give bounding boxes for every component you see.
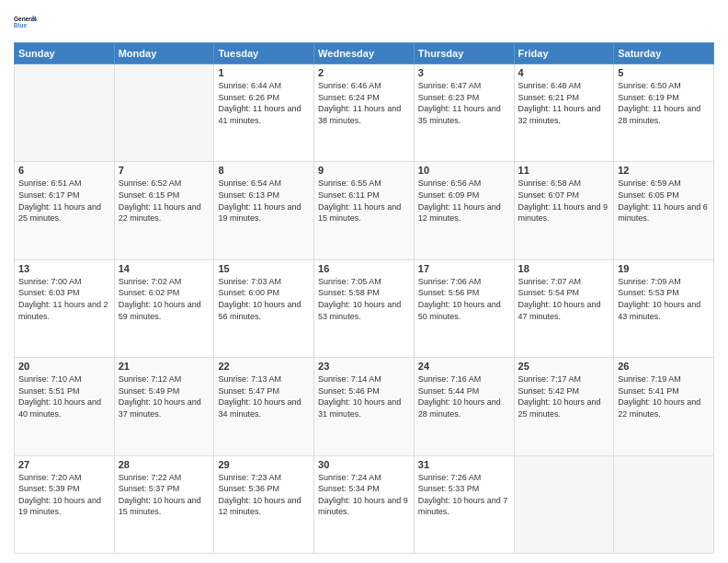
day-info: Sunrise: 7:12 AMSunset: 5:49 PMDaylight:… — [119, 373, 210, 419]
day-info: Sunrise: 7:20 AMSunset: 5:39 PMDaylight:… — [18, 472, 110, 518]
day-info: Sunrise: 7:17 AMSunset: 5:42 PMDaylight:… — [518, 373, 610, 419]
day-info: Sunrise: 6:44 AMSunset: 6:26 PMDaylight:… — [218, 80, 310, 126]
day-info: Sunrise: 7:13 AMSunset: 5:47 PMDaylight:… — [218, 373, 310, 419]
calendar-cell: 31Sunrise: 7:26 AMSunset: 5:33 PMDayligh… — [414, 455, 514, 553]
calendar-cell: 22Sunrise: 7:13 AMSunset: 5:47 PMDayligh… — [214, 358, 314, 455]
day-number: 23 — [318, 361, 410, 372]
calendar-cell: 15Sunrise: 7:03 AMSunset: 6:00 PMDayligh… — [214, 259, 314, 357]
calendar-cell: 5Sunrise: 6:50 AMSunset: 6:19 PMDaylight… — [614, 64, 714, 162]
calendar-cell: 14Sunrise: 7:02 AMSunset: 6:02 PMDayligh… — [114, 259, 214, 357]
day-info: Sunrise: 6:59 AMSunset: 6:05 PMDaylight:… — [618, 178, 710, 224]
calendar-cell: 2Sunrise: 6:46 AMSunset: 6:24 PMDaylight… — [314, 64, 415, 162]
day-number: 17 — [418, 263, 510, 274]
day-info: Sunrise: 7:26 AMSunset: 5:33 PMDaylight:… — [418, 472, 510, 518]
calendar-cell: 18Sunrise: 7:07 AMSunset: 5:54 PMDayligh… — [514, 259, 614, 357]
calendar-cell: 12Sunrise: 6:59 AMSunset: 6:05 PMDayligh… — [614, 162, 714, 259]
day-number: 2 — [318, 67, 410, 78]
logo: GeneralBlue — [14, 9, 40, 35]
header-day-sunday: Sunday — [15, 43, 115, 64]
day-number: 14 — [119, 263, 210, 274]
day-number: 11 — [518, 165, 610, 176]
day-info: Sunrise: 6:56 AMSunset: 6:09 PMDaylight:… — [418, 178, 510, 224]
calendar-cell — [614, 455, 714, 553]
day-number: 22 — [218, 361, 310, 372]
calendar-cell: 25Sunrise: 7:17 AMSunset: 5:42 PMDayligh… — [514, 358, 614, 455]
header-day-friday: Friday — [514, 43, 614, 64]
day-info: Sunrise: 7:22 AMSunset: 5:37 PMDaylight:… — [119, 472, 210, 518]
day-info: Sunrise: 7:07 AMSunset: 5:54 PMDaylight:… — [518, 276, 610, 322]
day-info: Sunrise: 7:02 AMSunset: 6:02 PMDaylight:… — [119, 276, 210, 322]
calendar-cell: 13Sunrise: 7:00 AMSunset: 6:03 PMDayligh… — [15, 259, 115, 357]
day-number: 25 — [518, 361, 610, 372]
calendar-cell: 10Sunrise: 6:56 AMSunset: 6:09 PMDayligh… — [414, 162, 514, 259]
day-info: Sunrise: 7:14 AMSunset: 5:46 PMDaylight:… — [318, 373, 410, 419]
day-info: Sunrise: 7:23 AMSunset: 5:36 PMDaylight:… — [218, 472, 310, 518]
page: GeneralBlue SundayMondayTuesdayWednesday… — [0, 0, 728, 563]
calendar-header-row: SundayMondayTuesdayWednesdayThursdayFrid… — [15, 43, 714, 64]
day-info: Sunrise: 7:10 AMSunset: 5:51 PMDaylight:… — [18, 373, 110, 419]
header-day-tuesday: Tuesday — [214, 43, 314, 64]
calendar-table: SundayMondayTuesdayWednesdayThursdayFrid… — [14, 42, 714, 554]
calendar-week-row: 13Sunrise: 7:00 AMSunset: 6:03 PMDayligh… — [15, 259, 714, 357]
header-day-saturday: Saturday — [614, 43, 714, 64]
day-number: 29 — [218, 459, 310, 470]
day-info: Sunrise: 6:47 AMSunset: 6:23 PMDaylight:… — [418, 80, 510, 126]
day-info: Sunrise: 6:48 AMSunset: 6:21 PMDaylight:… — [518, 80, 610, 126]
day-number: 16 — [318, 263, 410, 274]
calendar-cell: 21Sunrise: 7:12 AMSunset: 5:49 PMDayligh… — [114, 358, 214, 455]
day-number: 8 — [218, 165, 310, 176]
calendar-week-row: 20Sunrise: 7:10 AMSunset: 5:51 PMDayligh… — [15, 358, 714, 455]
logo-icon: GeneralBlue — [14, 9, 40, 35]
day-info: Sunrise: 7:09 AMSunset: 5:53 PMDaylight:… — [618, 276, 710, 322]
day-info: Sunrise: 6:55 AMSunset: 6:11 PMDaylight:… — [318, 178, 410, 224]
day-number: 13 — [18, 263, 110, 274]
calendar-cell: 3Sunrise: 6:47 AMSunset: 6:23 PMDaylight… — [414, 64, 514, 162]
calendar-cell: 30Sunrise: 7:24 AMSunset: 5:34 PMDayligh… — [314, 455, 415, 553]
day-info: Sunrise: 6:54 AMSunset: 6:13 PMDaylight:… — [218, 178, 310, 224]
calendar-cell: 16Sunrise: 7:05 AMSunset: 5:58 PMDayligh… — [314, 259, 415, 357]
svg-text:Blue: Blue — [14, 22, 27, 29]
header-day-monday: Monday — [114, 43, 214, 64]
day-number: 12 — [618, 165, 710, 176]
day-number: 18 — [518, 263, 610, 274]
calendar-week-row: 1Sunrise: 6:44 AMSunset: 6:26 PMDaylight… — [15, 64, 714, 162]
day-number: 26 — [618, 361, 710, 372]
header-day-wednesday: Wednesday — [314, 43, 415, 64]
day-number: 7 — [119, 165, 210, 176]
day-info: Sunrise: 7:05 AMSunset: 5:58 PMDaylight:… — [318, 276, 410, 322]
day-info: Sunrise: 7:00 AMSunset: 6:03 PMDaylight:… — [18, 276, 110, 322]
calendar-cell: 19Sunrise: 7:09 AMSunset: 5:53 PMDayligh… — [614, 259, 714, 357]
day-number: 31 — [418, 459, 510, 470]
calendar-week-row: 6Sunrise: 6:51 AMSunset: 6:17 PMDaylight… — [15, 162, 714, 259]
day-number: 28 — [119, 459, 210, 470]
calendar-cell: 29Sunrise: 7:23 AMSunset: 5:36 PMDayligh… — [214, 455, 314, 553]
day-number: 4 — [518, 67, 610, 78]
day-number: 27 — [18, 459, 110, 470]
calendar-cell: 7Sunrise: 6:52 AMSunset: 6:15 PMDaylight… — [114, 162, 214, 259]
calendar-cell — [114, 64, 214, 162]
day-number: 6 — [18, 165, 110, 176]
day-number: 24 — [418, 361, 510, 372]
calendar-cell: 24Sunrise: 7:16 AMSunset: 5:44 PMDayligh… — [414, 358, 514, 455]
calendar-cell: 23Sunrise: 7:14 AMSunset: 5:46 PMDayligh… — [314, 358, 415, 455]
day-number: 30 — [318, 459, 410, 470]
day-number: 15 — [218, 263, 310, 274]
calendar-cell: 11Sunrise: 6:58 AMSunset: 6:07 PMDayligh… — [514, 162, 614, 259]
header: GeneralBlue — [14, 9, 714, 35]
header-day-thursday: Thursday — [414, 43, 514, 64]
calendar-cell: 27Sunrise: 7:20 AMSunset: 5:39 PMDayligh… — [15, 455, 115, 553]
day-info: Sunrise: 7:24 AMSunset: 5:34 PMDaylight:… — [318, 472, 410, 518]
day-info: Sunrise: 7:16 AMSunset: 5:44 PMDaylight:… — [418, 373, 510, 419]
calendar-cell: 17Sunrise: 7:06 AMSunset: 5:56 PMDayligh… — [414, 259, 514, 357]
day-number: 20 — [18, 361, 110, 372]
calendar-cell: 26Sunrise: 7:19 AMSunset: 5:41 PMDayligh… — [614, 358, 714, 455]
calendar-cell: 20Sunrise: 7:10 AMSunset: 5:51 PMDayligh… — [15, 358, 115, 455]
day-info: Sunrise: 6:52 AMSunset: 6:15 PMDaylight:… — [119, 178, 210, 224]
day-info: Sunrise: 6:50 AMSunset: 6:19 PMDaylight:… — [618, 80, 710, 126]
day-info: Sunrise: 7:19 AMSunset: 5:41 PMDaylight:… — [618, 373, 710, 419]
day-info: Sunrise: 7:06 AMSunset: 5:56 PMDaylight:… — [418, 276, 510, 322]
calendar-cell: 9Sunrise: 6:55 AMSunset: 6:11 PMDaylight… — [314, 162, 415, 259]
calendar-cell: 1Sunrise: 6:44 AMSunset: 6:26 PMDaylight… — [214, 64, 314, 162]
calendar-cell: 4Sunrise: 6:48 AMSunset: 6:21 PMDaylight… — [514, 64, 614, 162]
day-number: 10 — [418, 165, 510, 176]
